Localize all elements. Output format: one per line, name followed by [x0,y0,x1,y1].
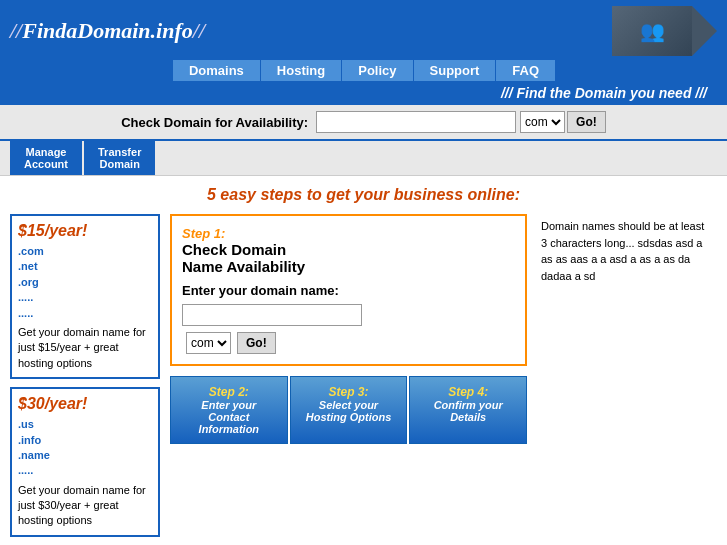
step2-btn[interactable]: Step 2: Enter yourContact Information [170,376,288,444]
step2-num: Step 2: [177,385,281,399]
search-label: Check Domain for Availability: [121,115,308,130]
price-15-label: $15/year! [18,222,152,240]
nav-support[interactable]: Support [413,60,496,81]
domain-name-input[interactable] [182,304,362,326]
search-go-button[interactable]: Go! [567,111,606,133]
price-15-tlds: .com.net.org.......... [18,244,152,321]
step4-text: Confirm yourDetails [416,399,520,423]
tagline: /// Find the Domain you need /// [10,81,717,105]
steps-title: 5 easy steps to get your business online… [10,186,717,204]
header-banner: 👥 [612,6,717,56]
price-15-desc: Get your domain name for just $15/year +… [18,325,152,371]
nav-faq[interactable]: FAQ [495,60,555,81]
price-box-30: $30/year! .us.info.name..... Get your do… [10,387,160,537]
step1-heading: Step 1: [182,226,515,241]
price-30-label: $30/year! [18,395,152,413]
price-30-desc: Get your domain name for just $30/year +… [18,483,152,529]
step4-num: Step 4: [416,385,520,399]
domain-search-input[interactable] [316,111,516,133]
tld-select-step1[interactable]: com net org us info [186,332,231,354]
tld-select-main[interactable]: com net org us info [520,111,565,133]
step1-title: Check DomainName Availability [182,241,515,275]
step3-btn[interactable]: Step 3: Select yourHosting Options [290,376,408,444]
nav-hosting[interactable]: Hosting [260,60,341,81]
tab-manage-account[interactable]: ManageAccount [10,141,82,175]
nav-domains[interactable]: Domains [172,60,260,81]
step4-btn[interactable]: Step 4: Confirm yourDetails [409,376,527,444]
domain-entry-label: Enter your domain name: [182,283,515,298]
tab-transfer-domain[interactable]: TransferDomain [84,141,155,175]
nav-policy[interactable]: Policy [341,60,412,81]
price-30-tlds: .us.info.name..... [18,417,152,479]
site-title: //FindaDomain.info// [10,18,205,44]
step2-text: Enter yourContact Information [177,399,281,435]
step1-go-button[interactable]: Go! [237,332,276,354]
info-box: Domain names should be at least 3 charac… [537,214,717,545]
step3-num: Step 3: [297,385,401,399]
price-box-15: $15/year! .com.net.org.......... Get you… [10,214,160,379]
step1-box: Step 1: Check DomainName Availability En… [170,214,527,366]
step3-text: Select yourHosting Options [297,399,401,423]
